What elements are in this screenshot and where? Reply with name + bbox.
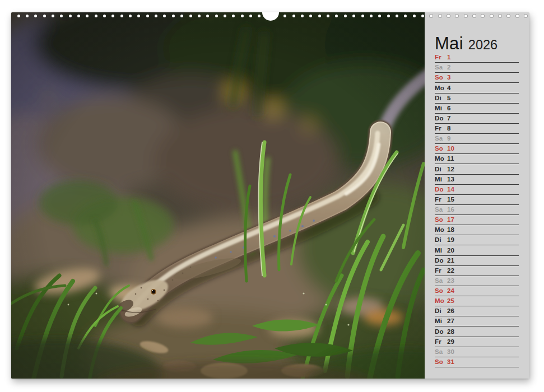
day-row: Di 19	[435, 235, 519, 245]
day-row: Di 26	[435, 306, 519, 316]
weekday-abbr: Sa	[435, 64, 447, 71]
weekday-abbr: Mo	[435, 298, 447, 305]
weekday-abbr: Do	[435, 258, 447, 264]
weekday-abbr: Mi	[435, 105, 447, 112]
day-row: Fr 15	[435, 195, 519, 205]
day-row: Do 21	[435, 256, 519, 266]
day-number: 4	[447, 85, 462, 92]
day-row: So 3	[435, 73, 519, 83]
day-row: So 31	[435, 357, 519, 367]
day-list: Fr 1 Sa 2 So 3 Mo 4 Di 5 Mi 6 Do 7 Fr 8 …	[435, 53, 519, 367]
weekday-abbr: Mo	[435, 85, 447, 92]
weekday-abbr: So	[435, 146, 447, 152]
day-number: 3	[447, 74, 462, 81]
month-name: Mai	[435, 35, 463, 52]
day-row: Sa 16	[435, 205, 519, 215]
day-number: 16	[447, 207, 462, 213]
day-number: 17	[447, 217, 462, 223]
slow-worm-illustration	[11, 12, 425, 379]
weekday-abbr: So	[435, 217, 447, 223]
day-row: Sa 2	[435, 63, 519, 73]
day-number: 28	[447, 329, 462, 335]
weekday-abbr: Do	[435, 115, 447, 122]
day-row: Sa 23	[435, 276, 519, 286]
day-number: 2	[447, 64, 462, 71]
day-number: 13	[447, 176, 462, 183]
date-panel: Mai 2026 Fr 1 Sa 2 So 3 Mo 4 Di 5 Mi 6 D…	[425, 12, 529, 379]
day-number: 30	[447, 349, 462, 356]
day-row: So 24	[435, 286, 519, 296]
day-row: So 10	[435, 144, 519, 154]
day-number: 11	[447, 156, 462, 162]
weekday-abbr: Do	[435, 329, 447, 335]
day-row: So 17	[435, 215, 519, 225]
day-row: Mi 27	[435, 316, 519, 326]
day-number: 5	[447, 95, 462, 102]
day-number: 1	[447, 54, 462, 61]
weekday-abbr: Fr	[435, 339, 447, 346]
day-row: Mo 11	[435, 154, 519, 164]
day-row: Fr 29	[435, 337, 519, 347]
day-number: 21	[447, 258, 462, 264]
day-row: Do 14	[435, 185, 519, 195]
day-row: Sa 9	[435, 134, 519, 144]
weekday-abbr: So	[435, 74, 447, 81]
day-number: 18	[447, 227, 462, 234]
weekday-abbr: Di	[435, 95, 447, 102]
weekday-abbr: Mo	[435, 227, 447, 234]
day-number: 22	[447, 268, 462, 274]
weekday-abbr: Fr	[435, 197, 447, 203]
day-row: Di 12	[435, 164, 519, 174]
month-header: Mai 2026	[435, 35, 497, 52]
weekday-abbr: Di	[435, 237, 447, 244]
weekday-abbr: Mi	[435, 248, 447, 254]
weekday-abbr: Do	[435, 186, 447, 193]
day-number: 23	[447, 278, 462, 284]
day-number: 31	[447, 359, 462, 366]
day-row: Mi 20	[435, 245, 519, 255]
day-number: 25	[447, 298, 462, 305]
weekday-abbr: Di	[435, 166, 447, 173]
day-number: 12	[447, 166, 462, 173]
day-number: 14	[447, 186, 462, 193]
weekday-abbr: Di	[435, 308, 447, 315]
day-number: 26	[447, 308, 462, 315]
day-row: Mo 25	[435, 296, 519, 306]
weekday-abbr: So	[435, 288, 447, 295]
day-row: Mo 4	[435, 83, 519, 93]
day-row: Mo 18	[435, 225, 519, 235]
day-row: Mi 13	[435, 175, 519, 185]
day-row: Do 7	[435, 114, 519, 124]
year-label: 2026	[468, 39, 497, 52]
weekday-abbr: Fr	[435, 268, 447, 274]
day-row: Fr 1	[435, 53, 519, 63]
day-number: 6	[447, 105, 462, 112]
weekday-abbr: Sa	[435, 207, 447, 213]
weekday-abbr: So	[435, 359, 447, 366]
day-row: Sa 30	[435, 347, 519, 357]
day-row: Do 28	[435, 326, 519, 337]
day-number: 7	[447, 115, 462, 122]
weekday-abbr: Mi	[435, 318, 447, 325]
day-number: 15	[447, 197, 462, 203]
weekday-abbr: Fr	[435, 125, 447, 132]
day-row: Di 5	[435, 94, 519, 104]
day-number: 10	[447, 146, 462, 152]
day-number: 24	[447, 288, 462, 295]
calendar-sheet: Mai 2026 Fr 1 Sa 2 So 3 Mo 4 Di 5 Mi 6 D…	[11, 12, 529, 379]
day-number: 9	[447, 136, 462, 142]
day-number: 20	[447, 248, 462, 254]
day-row: Mi 6	[435, 104, 519, 114]
weekday-abbr: Sa	[435, 136, 447, 142]
day-row: Fr 8	[435, 124, 519, 134]
weekday-abbr: Mi	[435, 176, 447, 183]
day-number: 29	[447, 339, 462, 346]
day-row: Fr 22	[435, 266, 519, 276]
day-number: 8	[447, 125, 462, 132]
slow-worm-photo	[11, 12, 425, 379]
weekday-abbr: Sa	[435, 278, 447, 284]
day-number: 27	[447, 318, 462, 325]
weekday-abbr: Fr	[435, 54, 447, 61]
weekday-abbr: Mo	[435, 156, 447, 162]
day-number: 19	[447, 237, 462, 244]
